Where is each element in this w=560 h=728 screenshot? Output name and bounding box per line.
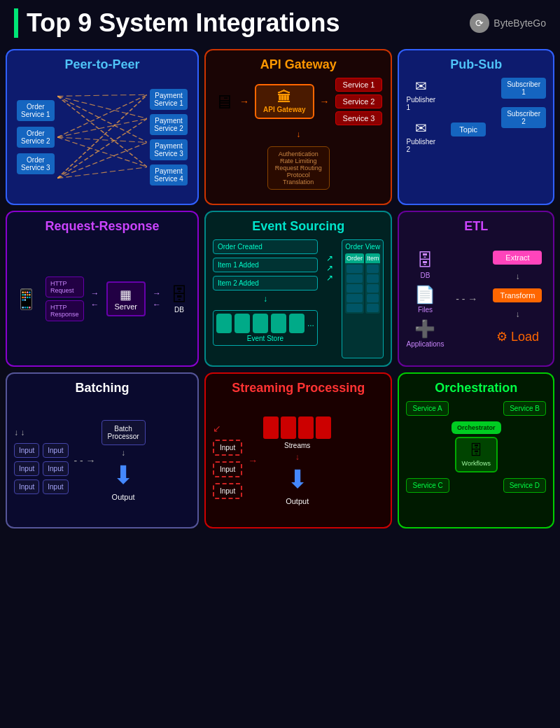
pubsub-subscribers: Subscriber1 Subscriber2	[501, 78, 546, 153]
p2p-pay2: PaymentService 2	[150, 114, 188, 135]
batch-input2: Input	[43, 443, 68, 458]
sub1: Subscriber1	[501, 78, 546, 99]
cards-grid: Peer-to-Peer OrderService 1 OrderService…	[0, 43, 560, 534]
icr5	[367, 304, 379, 312]
store-item3	[253, 314, 268, 333]
order-col-rows2	[365, 263, 381, 314]
p2p-pay4: PaymentService 4	[150, 164, 188, 186]
batch-top-arrows: ↓ ↓	[14, 428, 69, 438]
batch-output-label: Output	[112, 493, 135, 501]
db-arrow-right: →	[153, 288, 161, 298]
store-item2	[234, 314, 250, 333]
card-orch: Orchestration Service A Service B Orches…	[398, 372, 554, 528]
ocr2	[346, 274, 363, 283]
http-request-label: HTTPRequest	[46, 276, 84, 298]
p2p-left: OrderService 1 OrderService 2 OrderServi…	[17, 100, 55, 174]
svg-line-1	[57, 96, 148, 118]
db-label: DB	[174, 306, 184, 314]
logo-icon: ⟳	[470, 13, 489, 33]
card-batching: Batching ↓ ↓ Input Input Input Input Inp…	[6, 372, 199, 528]
api-arrow1: →	[239, 96, 249, 107]
http-response-label: HTTPResponse	[46, 300, 84, 321]
api-auth-box: AuthenticationRate LimitingRequest Routi…	[267, 146, 330, 190]
etl-title: ETL	[406, 219, 546, 234]
p2p-title: Peer-to-Peer	[14, 57, 190, 72]
order-col-header1: Order	[345, 253, 364, 263]
logo-text: ByteByteGo	[493, 18, 546, 29]
stream-arrow: →	[248, 455, 258, 466]
api-services: Service 1 Service 2 Service 3	[335, 78, 383, 125]
stream-output-icon: ⬇	[287, 465, 308, 494]
eventsrc-left: Order Created Item 1 Added Item 2 Added …	[213, 239, 318, 358]
batch-inputs: Input Input Input Input Input Input	[14, 443, 69, 494]
etl-arrow1: ↓	[515, 272, 519, 281]
orch-service-b: Service B	[503, 401, 546, 416]
stream-inputs: ↙ Input Input Input	[213, 423, 242, 499]
event-order-created: Order Created	[213, 239, 318, 254]
card-etl: ETL 🗄 DB 📄 Files ➕ Applications - - → Ex…	[398, 211, 554, 367]
stream-input2: Input	[213, 461, 242, 477]
publisher2: ✉ Publisher2	[406, 120, 435, 153]
card-pubsub: Pub-Sub ✉ Publisher1 ✉ Publisher2 Topic	[398, 49, 554, 205]
batching-layout: ↓ ↓ Input Input Input Input Input Input …	[14, 401, 190, 520]
store-item1	[216, 314, 232, 333]
eventsrc-title: Event Sourcing	[213, 219, 384, 234]
pub2-label: Publisher2	[406, 138, 435, 153]
reqres-layout: 📱 HTTPRequest HTTPResponse → ← ▦ Server …	[14, 239, 190, 358]
sb4	[316, 416, 331, 439]
workflow-label: Workflows	[462, 460, 491, 467]
batch-output-icon: ⬇	[113, 461, 134, 490]
sb3	[298, 416, 314, 439]
pubsub-title: Pub-Sub	[406, 57, 546, 72]
etl-apps: ➕ Applications	[406, 319, 444, 348]
batching-left: ↓ ↓ Input Input Input Input Input Input	[14, 428, 69, 494]
stream-right: Streams ↓ ⬇ Output	[263, 416, 331, 505]
pub2-icon: ✉	[415, 120, 427, 136]
etl-db-icon: 🗄	[416, 251, 433, 270]
orch-top: Service A Service B	[406, 401, 546, 416]
topic-box: Topic	[451, 122, 486, 136]
etl-layout: 🗄 DB 📄 Files ➕ Applications - - → Extrac…	[406, 239, 546, 358]
event-store-section: ... Event Store	[213, 310, 318, 346]
pubsub-publishers: ✉ Publisher1 ✉ Publisher2	[406, 78, 435, 153]
p2p-connections: .dline{stroke:#ffaa44;stroke-width:1;str…	[57, 81, 148, 193]
arrow-right: →	[91, 288, 99, 298]
http-labels: HTTPRequest HTTPResponse	[46, 276, 84, 321]
api-icon: 🏛	[263, 90, 306, 106]
streams-label: Streams	[284, 442, 310, 449]
svg-line-2	[57, 96, 148, 142]
db-arrows: → ←	[153, 288, 161, 309]
card-api: API Gateway 🖥 → 🏛 API Gateway → Service …	[204, 49, 393, 205]
order-view-box: Order View Order Item	[342, 239, 384, 358]
orch-service-c: Service C	[406, 478, 449, 493]
server-icon: ▦	[115, 287, 137, 302]
event-store-row: ...	[216, 314, 314, 333]
reqres-title: Request-Response	[14, 219, 190, 234]
sb2	[281, 416, 296, 439]
api-down-arrow: ↓	[296, 130, 300, 139]
api-svc3: Service 3	[335, 111, 383, 125]
etl-db-label: DB	[420, 272, 430, 279]
card-p2p: Peer-to-Peer OrderService 1 OrderService…	[6, 49, 199, 205]
pub1-icon: ✉	[415, 78, 427, 94]
streams-blocks	[263, 416, 331, 439]
order-col-rows1	[345, 263, 364, 314]
batch-input1: Input	[14, 443, 39, 458]
api-client-icon: 🖥	[214, 90, 234, 113]
etl-source-arrow: - - →	[456, 293, 477, 304]
p2p-order3: OrderService 3	[17, 153, 55, 174]
batch-input4: Input	[43, 461, 68, 476]
orch-bottom: Service C Service D	[406, 478, 546, 493]
etl-arrow2: ↓	[515, 309, 519, 319]
p2p-pay1: PaymentService 1	[150, 89, 188, 110]
api-gateway-label: API Gateway	[263, 106, 306, 113]
card-reqres: Request-Response 📱 HTTPRequest HTTPRespo…	[6, 211, 199, 367]
batch-down-arrow: ↓	[121, 448, 125, 458]
pubsub-cols: ✉ Publisher1 ✉ Publisher2 Topic Subscrib…	[406, 78, 546, 153]
svg-line-6	[57, 137, 148, 142]
svg-line-4	[57, 94, 148, 137]
batch-right: BatchProcessor ↓ ⬇ Output	[102, 420, 146, 501]
icr2	[367, 274, 379, 283]
orchestrator-box: Orchestrator	[451, 421, 501, 434]
order-col-order: Order	[345, 253, 364, 314]
